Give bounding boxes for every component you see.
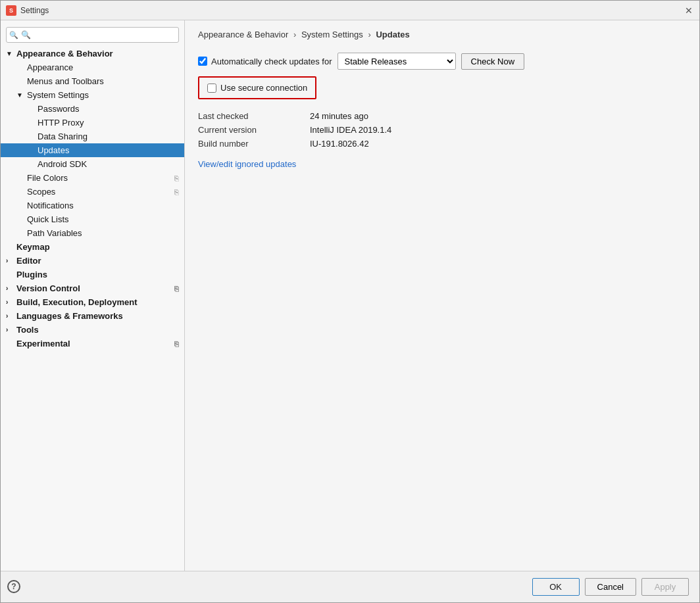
sidebar-item-label: Menus and Toolbars [27,76,104,86]
sidebar-item-quick-lists[interactable]: Quick Lists [1,212,184,226]
sidebar-item-label: File Colors [27,173,68,183]
sidebar-item-menus-toolbars[interactable]: Menus and Toolbars [1,74,184,88]
app-icon: S [6,5,16,16]
apply-button[interactable]: Apply [641,578,689,596]
copy-icon: ⎘ [174,285,179,293]
sidebar-item-label: Languages & Frameworks [16,311,123,321]
sidebar-item-label: System Settings [27,90,89,100]
sidebar-item-system-settings[interactable]: ▼ System Settings [1,88,184,102]
sidebar-item-path-variables[interactable]: Path Variables [1,226,184,240]
sidebar-item-label: HTTP Proxy [38,118,84,128]
sidebar-item-build-execution-deployment[interactable]: › Build, Execution, Deployment [1,295,184,309]
auto-check-checkbox[interactable] [198,57,207,66]
breadcrumb: Appearance & Behavior › System Settings … [185,20,699,46]
secure-connection-label: Use secure connection [220,83,307,93]
chevron-right-icon: › [6,326,14,333]
sidebar-item-label: Scopes [27,187,55,197]
ok-button[interactable]: OK [532,578,580,596]
auto-check-checkbox-label[interactable]: Automatically check updates for [198,57,332,66]
search-box: 🔍 [6,27,179,43]
chevron-right-icon: › [6,285,14,292]
chevron-down-icon: ▼ [6,50,14,57]
sidebar-item-scopes[interactable]: Scopes ⎘ [1,185,184,199]
sidebar-item-label: Quick Lists [27,214,69,224]
sidebar-item-experimental[interactable]: Experimental ⎘ [1,337,184,350]
sidebar-item-label: Version Control [16,283,80,293]
sidebar-item-label: Plugins [16,270,47,279]
window-title: Settings [20,6,49,15]
breadcrumb-part2: System Settings [301,30,363,39]
sidebar-item-appearance-behavior[interactable]: ▼ Appearance & Behavior [1,47,184,60]
sidebar-item-appearance[interactable]: Appearance [1,60,184,74]
help-button[interactable]: ? [7,580,20,593]
check-now-button[interactable]: Check Now [461,53,524,70]
build-number-label: Build number [198,139,303,149]
sidebar-item-tools[interactable]: › Tools [1,323,184,337]
sidebar-item-label: Appearance & Behavior [16,49,113,59]
bottom-bar: ? OK Cancel Apply [1,571,699,602]
sidebar-item-keymap[interactable]: Keymap [1,240,184,254]
breadcrumb-separator2: › [368,30,370,39]
bottom-bar-wrapper: ? OK Cancel Apply [1,571,699,602]
chevron-right-icon: › [6,312,14,320]
sidebar-item-languages-frameworks[interactable]: › Languages & Frameworks [1,309,184,323]
sidebar-item-label: Editor [16,256,41,266]
cancel-button[interactable]: Cancel [585,578,636,596]
sidebar-item-label: Build, Execution, Deployment [16,297,137,307]
sidebar-item-label: Android SDK [38,159,87,169]
sidebar-item-data-sharing[interactable]: Data Sharing [1,130,184,143]
build-number-value: IU-191.8026.42 [310,139,686,149]
sidebar-item-label: Data Sharing [38,132,88,141]
copy-icon: ⎘ [174,174,179,182]
settings-window: S Settings ✕ 🔍 ▼ Appearance & Behavior A… [0,0,700,603]
updates-content: Automatically check updates for Stable R… [185,46,699,571]
sidebar-item-notifications[interactable]: Notifications [1,199,184,212]
last-checked-value: 24 minutes ago [310,111,686,121]
current-version-value: IntelliJ IDEA 2019.1.4 [310,125,686,135]
main-area: 🔍 ▼ Appearance & Behavior Appearance Men… [1,20,699,571]
close-button[interactable]: ✕ [684,5,694,16]
current-version-label: Current version [198,125,303,135]
sidebar-item-label: Notifications [27,201,74,210]
sidebar-item-label: Passwords [38,104,80,114]
sidebar-item-updates[interactable]: Updates [1,143,184,157]
info-grid: Last checked 24 minutes ago Current vers… [198,111,686,149]
breadcrumb-part3: Updates [376,30,409,39]
content-panel: Appearance & Behavior › System Settings … [185,20,699,571]
auto-check-label: Automatically check updates for [211,57,332,66]
sidebar-item-version-control[interactable]: › Version Control ⎘ [1,281,184,295]
sidebar-item-label: Experimental [16,339,70,349]
breadcrumb-part1: Appearance & Behavior [198,30,288,39]
sidebar-item-android-sdk[interactable]: Android SDK [1,157,184,171]
chevron-right-icon: › [6,257,14,264]
sidebar-item-editor[interactable]: › Editor [1,254,184,268]
sidebar: 🔍 ▼ Appearance & Behavior Appearance Men… [1,20,185,571]
sidebar-item-label: Path Variables [27,228,82,238]
view-edit-ignored-link[interactable]: View/edit ignored updates [198,159,296,169]
sidebar-item-passwords[interactable]: Passwords [1,102,184,116]
sidebar-item-label: Updates [38,145,69,155]
sidebar-item-file-colors[interactable]: File Colors ⎘ [1,171,184,185]
last-checked-label: Last checked [198,111,303,121]
sidebar-item-label: Keymap [16,242,50,252]
title-bar: S Settings ✕ [1,1,699,20]
breadcrumb-separator1: › [293,30,296,39]
search-input[interactable] [6,27,179,43]
sidebar-item-http-proxy[interactable]: HTTP Proxy [1,116,184,130]
sidebar-item-label: Tools [16,325,39,335]
copy-icon: ⎘ [174,340,179,348]
chevron-right-icon: › [6,299,14,306]
secure-connection-checkbox[interactable] [207,84,216,93]
search-icon: 🔍 [9,31,18,39]
chevron-down-icon: ▼ [16,91,24,99]
secure-connection-box: Use secure connection [198,76,316,99]
auto-check-row: Automatically check updates for Stable R… [198,53,686,70]
sidebar-item-label: Appearance [27,62,73,72]
copy-icon: ⎘ [174,188,179,196]
releases-dropdown[interactable]: Stable Releases [338,53,456,70]
sidebar-item-plugins[interactable]: Plugins [1,268,184,281]
